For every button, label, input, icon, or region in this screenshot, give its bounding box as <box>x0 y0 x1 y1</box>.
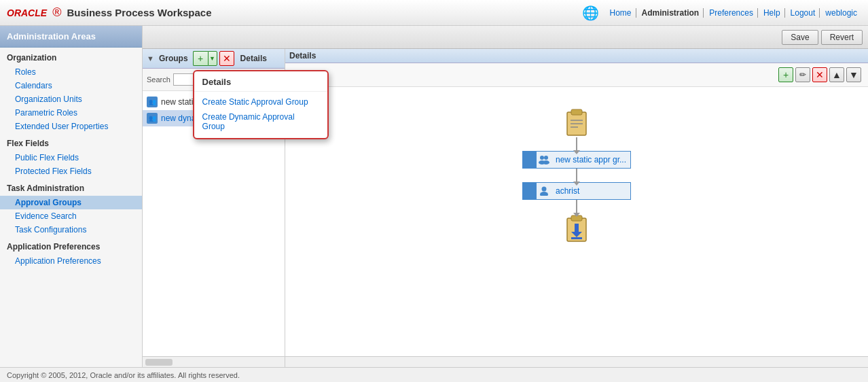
group-icon-svg <box>539 155 549 164</box>
user-node-label: achrist <box>551 185 630 197</box>
section-task-admin: Task Administration <box>0 178 142 196</box>
create-dynamic-group-item[interactable]: Create Dynamic Approval Group <box>194 109 327 134</box>
delete-group-button[interactable]: ✕ <box>219 51 234 66</box>
panels: ▼ Groups + ▼ Details Create Static Appro… <box>143 49 868 367</box>
add-group-dropdown: Details Create Static Approval Group Cre… <box>193 70 329 139</box>
search-label: Search <box>147 75 170 84</box>
members-icons: + ✏ ✕ ▲ ▼ <box>778 67 861 82</box>
details-toolbar: Details <box>285 49 868 63</box>
revert-button[interactable]: Revert <box>821 30 863 45</box>
app-title: Business Process Workspace <box>67 7 211 18</box>
groups-panel-title: Groups <box>159 54 188 63</box>
add-group-dropdown-arrow[interactable]: ▼ <box>208 51 217 66</box>
group-node-label[interactable]: new static appr gr... <box>551 154 630 166</box>
sidebar-item-public-flex[interactable]: Public Flex Fields <box>0 151 142 164</box>
sidebar-item-approval-groups[interactable]: Approval Groups <box>0 196 142 209</box>
group-static-icon: 👥 <box>147 97 158 107</box>
svg-rect-15 <box>571 237 582 239</box>
sidebar-item-ext-user-props[interactable]: Extended User Properties <box>0 120 142 133</box>
details-hscroll[interactable] <box>285 356 868 367</box>
user-node-icon <box>537 183 551 199</box>
nav-logout[interactable]: Logout <box>786 8 820 18</box>
svg-point-6 <box>544 156 548 160</box>
sidebar-header: Administration Areas <box>0 26 142 48</box>
svg-point-10 <box>540 192 548 196</box>
flow-arrow-1 <box>576 137 577 151</box>
app-header: ORACLE ® Business Process Workspace 🌐 Ho… <box>0 0 868 26</box>
members-header: Members + ✏ ✕ ▲ ▼ <box>285 63 868 87</box>
collapse-icon[interactable]: ▼ <box>147 54 154 63</box>
section-flex-fields: Flex Fields <box>0 133 142 151</box>
svg-point-9 <box>542 187 547 192</box>
clipboard-top-icon <box>562 107 591 137</box>
groups-toolbar: ▼ Groups + ▼ Details Create Static Appro… <box>143 49 285 69</box>
oracle-logo-icon: ® <box>52 5 61 20</box>
sidebar-item-roles[interactable]: Roles <box>0 65 142 79</box>
groups-panel: ▼ Groups + ▼ Details Create Static Appro… <box>143 49 285 367</box>
members-area: Members + ✏ ✕ ▲ ▼ <box>285 63 868 367</box>
nav-administration[interactable]: Administration <box>638 8 704 18</box>
group-node-icon <box>537 152 551 168</box>
sidebar-item-parametric-roles[interactable]: Parametric Roles <box>0 106 142 120</box>
nav-preferences[interactable]: Preferences <box>705 8 758 18</box>
flow-area: new static appr gr... <box>285 87 868 356</box>
globe-icon: 🌐 <box>582 5 599 21</box>
groups-hscroll[interactable] <box>143 356 285 367</box>
svg-rect-1 <box>571 109 582 115</box>
details-label-in-groups-toolbar: Details <box>240 54 267 63</box>
user-icon-svg <box>539 186 549 196</box>
details-panel: Details Members + ✏ ✕ ▲ ▼ <box>285 49 868 367</box>
sidebar-item-protected-flex[interactable]: Protected Flex Fields <box>0 164 142 178</box>
group-dynamic-icon: 👥 <box>147 113 158 124</box>
flow-diagram: new static appr gr... <box>522 107 631 243</box>
edit-member-button[interactable]: ✏ <box>795 67 810 82</box>
logo: ORACLE ® Business Process Workspace <box>7 5 212 20</box>
top-toolbar: Save Revert <box>143 26 868 49</box>
details-panel-title: Details <box>289 51 316 60</box>
toolbar-actions: Save Revert <box>782 30 863 45</box>
add-member-button[interactable]: + <box>778 67 793 82</box>
flow-arrow-3 <box>576 200 577 213</box>
node-left-stripe-user <box>523 183 537 199</box>
sidebar-item-app-prefs[interactable]: Application Preferences <box>0 254 142 268</box>
move-down-button[interactable]: ▼ <box>846 67 861 82</box>
footer: Copyright © 2005, 2012, Oracle and/or it… <box>0 367 868 382</box>
download-icon-container <box>562 213 591 243</box>
content-area: Save Revert ▼ Groups + ▼ Details <box>143 26 868 367</box>
sidebar-item-task-configs[interactable]: Task Configurations <box>0 223 142 237</box>
save-button[interactable]: Save <box>782 30 818 45</box>
node-left-stripe <box>523 152 537 168</box>
clipboard-svg <box>564 108 589 137</box>
flow-node-bottom-icon <box>562 213 591 243</box>
oracle-logo: ORACLE <box>7 7 47 18</box>
nav-user[interactable]: weblogic <box>821 8 861 18</box>
svg-point-5 <box>540 156 544 160</box>
nav-links: 🌐 Home Administration Preferences Help L… <box>582 5 861 21</box>
add-group-container: + ▼ Details Create Static Approval Group… <box>193 51 217 66</box>
section-app-prefs: Application Preferences <box>0 237 142 254</box>
svg-point-8 <box>543 160 549 164</box>
move-up-button[interactable]: ▲ <box>829 67 844 82</box>
flow-node-top-clipboard <box>562 107 591 137</box>
flow-arrow-2 <box>576 169 577 182</box>
sidebar: Administration Areas Organization Roles … <box>0 26 143 367</box>
sidebar-item-org-units[interactable]: Organization Units <box>0 92 142 106</box>
section-organization: Organization <box>0 48 142 65</box>
delete-member-button[interactable]: ✕ <box>812 67 827 82</box>
create-static-group-item[interactable]: Create Static Approval Group <box>194 94 327 109</box>
nav-help[interactable]: Help <box>759 8 785 18</box>
sidebar-item-calendars[interactable]: Calendars <box>0 79 142 92</box>
svg-rect-13 <box>575 224 579 232</box>
download-svg <box>564 214 589 243</box>
add-group-button[interactable]: + <box>193 51 208 66</box>
nav-home[interactable]: Home <box>606 8 636 18</box>
dropdown-title: Details <box>194 75 327 92</box>
sidebar-item-evidence-search[interactable]: Evidence Search <box>0 209 142 223</box>
main-layout: Administration Areas Organization Roles … <box>0 26 868 367</box>
copyright-text: Copyright © 2005, 2012, Oracle and/or it… <box>7 371 240 379</box>
hscroll-thumb[interactable] <box>145 359 173 366</box>
